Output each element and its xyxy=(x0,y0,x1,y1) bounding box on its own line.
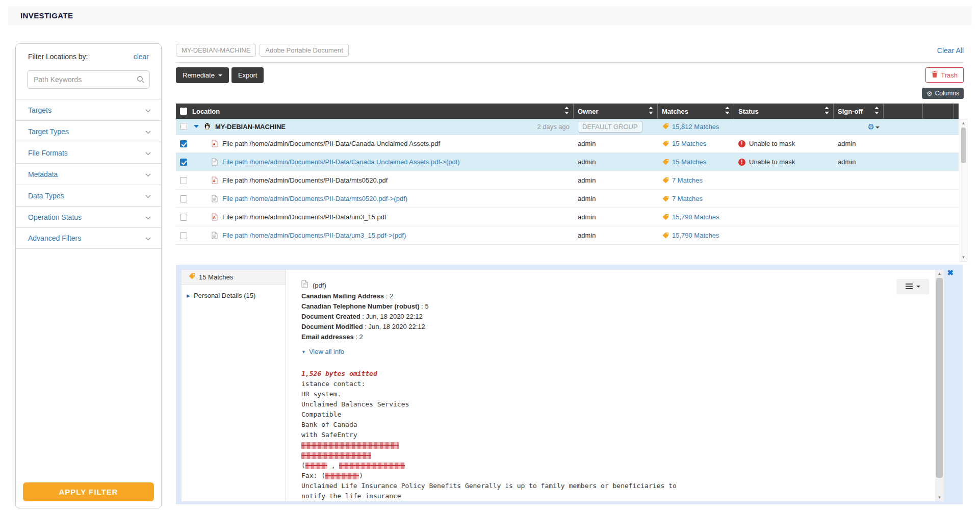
column-header-matches[interactable]: Matches xyxy=(658,104,734,119)
group-signoff-cell: ⚙ xyxy=(834,119,884,134)
filter-panel-title: Filter Locations by: xyxy=(28,53,88,61)
row-checkbox[interactable] xyxy=(180,232,187,239)
export-button[interactable]: Export xyxy=(231,67,264,83)
select-all-checkbox[interactable] xyxy=(180,108,187,115)
scroll-up-icon[interactable]: ▲ xyxy=(935,271,944,276)
status-cell xyxy=(734,190,834,208)
row-checkbox[interactable] xyxy=(180,140,187,147)
row-checkbox[interactable] xyxy=(180,177,187,184)
sidebar-item-data-types[interactable]: Data Types xyxy=(16,185,161,206)
sort-icon[interactable] xyxy=(824,107,829,116)
detail-scroll-thumb[interactable] xyxy=(936,278,943,478)
trash-label: Trash xyxy=(941,71,958,79)
redacted-text xyxy=(339,463,405,469)
sort-icon[interactable] xyxy=(564,107,569,116)
apply-filter-button[interactable]: APPLY FILTER xyxy=(23,482,154,501)
owner-value: admin xyxy=(578,176,596,184)
pdf-file-icon: A xyxy=(212,176,218,184)
column-header-status[interactable]: Status xyxy=(734,104,834,119)
sidebar-item-advanced-filters[interactable]: Advanced Filters xyxy=(16,227,161,249)
status-cell: !Unable to mask xyxy=(734,135,834,152)
extra-cell xyxy=(884,135,923,152)
matches-link[interactable]: 7 Matches xyxy=(672,176,703,184)
table-row[interactable]: AFile path /home/admin/Documents/PII-Dat… xyxy=(176,208,959,226)
matches-link[interactable]: 15,790 Matches xyxy=(672,232,719,239)
file-path: File path /home/admin/Documents/PII-Data… xyxy=(222,213,386,221)
tree-item-personal-details[interactable]: ▶ Personal Details (15) xyxy=(182,285,286,299)
sidebar-item-targets[interactable]: Targets xyxy=(16,99,161,120)
table-row[interactable]: File path /home/admin/Documents/PII-Data… xyxy=(176,153,959,171)
scroll-down-icon[interactable]: ▼ xyxy=(960,255,967,260)
sidebar-item-file-formats[interactable]: File Formats xyxy=(16,142,161,163)
matches-link[interactable]: 7 Matches xyxy=(672,195,703,202)
owner-value: admin xyxy=(578,213,596,221)
column-header-location[interactable]: Location xyxy=(176,104,574,119)
target-group-row[interactable]: MY-DEBIAN-MACHINE 2 days ago DEFAULT GRO… xyxy=(176,119,959,135)
preview-line: Unclaimed Balances Services xyxy=(301,399,935,409)
table-row[interactable]: AFile path /home/admin/Documents/PII-Dat… xyxy=(176,135,959,153)
chevron-down-icon xyxy=(218,74,222,76)
preview-line: HR system. xyxy=(301,389,935,399)
location-cell: AFile path /home/admin/Documents/PII-Dat… xyxy=(176,171,574,189)
clear-all-link[interactable]: Clear All xyxy=(937,46,964,55)
clear-filters-link[interactable]: clear xyxy=(134,53,149,61)
path-keywords-input[interactable] xyxy=(27,70,150,89)
preview-options-button[interactable] xyxy=(896,279,929,294)
expand-right-icon[interactable]: ▶ xyxy=(187,293,190,298)
owner-value: admin xyxy=(578,195,596,202)
column-header-content: Location xyxy=(180,108,220,115)
sort-icon[interactable] xyxy=(649,107,653,116)
table-scroll-thumb[interactable] xyxy=(961,127,966,163)
sidebar-item-operation-status[interactable]: Operation Status xyxy=(16,206,161,227)
tag-icon xyxy=(662,214,669,221)
chevron-down-icon xyxy=(145,170,151,178)
preview-line: istance contact: xyxy=(301,379,935,389)
filter-chip[interactable]: Adobe Portable Document xyxy=(260,44,348,57)
sidebar-item-target-types[interactable]: Target Types xyxy=(16,120,161,142)
matches-link[interactable]: 15 Matches xyxy=(672,140,706,147)
location-cell: AFile path /home/admin/Documents/PII-Dat… xyxy=(176,135,574,152)
table-row[interactable]: File path /home/admin/Documents/PII-Data… xyxy=(176,226,959,245)
filter-chip[interactable]: MY-DEBIAN-MACHINE xyxy=(176,44,256,57)
divider xyxy=(176,62,964,63)
table-row[interactable]: File path /home/admin/Documents/PII-Data… xyxy=(176,190,959,208)
detail-scrollbar[interactable]: ▲ ▼ xyxy=(935,270,944,501)
scroll-down-icon[interactable]: ▼ xyxy=(935,495,944,500)
file-info-line: Email addresses : 2 xyxy=(301,332,935,342)
table-row[interactable]: AFile path /home/admin/Documents/PII-Dat… xyxy=(176,171,959,190)
matches-link[interactable]: 15,790 Matches xyxy=(672,213,719,221)
file-path-link[interactable]: File path /home/admin/Documents/PII-Data… xyxy=(222,195,407,202)
chevron-down-icon xyxy=(145,213,151,221)
scroll-up-icon[interactable]: ▲ xyxy=(960,121,967,125)
column-header-sign-off[interactable]: Sign-off xyxy=(834,104,884,119)
status-cell xyxy=(734,208,834,226)
row-checkbox[interactable] xyxy=(180,195,187,202)
sort-icon[interactable] xyxy=(874,107,879,116)
row-checkbox[interactable] xyxy=(180,159,187,166)
column-header-content: Sign-off xyxy=(838,108,863,115)
preview-line: with SafeEntry xyxy=(301,430,935,440)
column-header-owner[interactable]: Owner xyxy=(574,104,658,119)
sort-icon[interactable] xyxy=(725,107,730,116)
columns-button[interactable]: ⚙ Columns xyxy=(922,88,964,99)
error-status-icon: ! xyxy=(738,140,745,147)
preview-line: Compatible xyxy=(301,409,935,420)
sidebar-item-metadata[interactable]: Metadata xyxy=(16,163,161,185)
collapse-caret-icon[interactable] xyxy=(194,125,199,128)
chevron-down-icon xyxy=(145,106,151,114)
group-checkbox[interactable] xyxy=(180,123,187,130)
group-matches-link[interactable]: 15,812 Matches xyxy=(672,123,719,131)
file-path-link[interactable]: File path /home/admin/Documents/PII-Data… xyxy=(222,158,460,166)
remediate-button[interactable]: Remediate xyxy=(176,67,229,83)
matches-link[interactable]: 15 Matches xyxy=(672,158,706,166)
file-path-link[interactable]: File path /home/admin/Documents/PII-Data… xyxy=(222,232,406,239)
locations-table: LocationOwnerMatchesStatusSign-off MY-DE… xyxy=(176,104,959,245)
trash-button[interactable]: Trash xyxy=(925,67,964,83)
table-scrollbar[interactable]: ▲ ▼ xyxy=(960,119,967,262)
close-icon[interactable]: ✖ xyxy=(947,268,953,277)
view-all-info-toggle[interactable]: ▼ View all info xyxy=(301,347,935,357)
owner-cell: admin xyxy=(574,135,658,152)
tag-icon xyxy=(662,195,669,202)
row-settings-gear-icon[interactable]: ⚙ xyxy=(868,123,880,131)
row-checkbox[interactable] xyxy=(180,214,187,221)
